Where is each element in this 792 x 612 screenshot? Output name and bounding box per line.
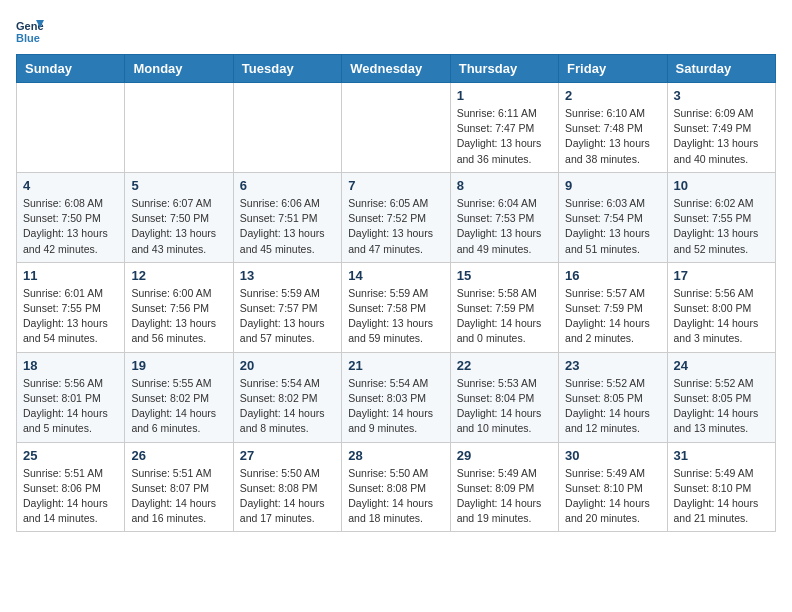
weekday-header-friday: Friday bbox=[559, 55, 667, 83]
day-info: Sunrise: 6:05 AMSunset: 7:52 PMDaylight:… bbox=[348, 196, 443, 257]
weekday-header-wednesday: Wednesday bbox=[342, 55, 450, 83]
day-number: 16 bbox=[565, 268, 660, 283]
day-info: Sunrise: 5:54 AMSunset: 8:03 PMDaylight:… bbox=[348, 376, 443, 437]
calendar-cell: 23Sunrise: 5:52 AMSunset: 8:05 PMDayligh… bbox=[559, 352, 667, 442]
calendar-cell: 20Sunrise: 5:54 AMSunset: 8:02 PMDayligh… bbox=[233, 352, 341, 442]
day-number: 28 bbox=[348, 448, 443, 463]
day-number: 19 bbox=[131, 358, 226, 373]
calendar-cell: 14Sunrise: 5:59 AMSunset: 7:58 PMDayligh… bbox=[342, 262, 450, 352]
calendar-cell: 13Sunrise: 5:59 AMSunset: 7:57 PMDayligh… bbox=[233, 262, 341, 352]
calendar-cell: 10Sunrise: 6:02 AMSunset: 7:55 PMDayligh… bbox=[667, 172, 775, 262]
calendar-cell: 9Sunrise: 6:03 AMSunset: 7:54 PMDaylight… bbox=[559, 172, 667, 262]
day-info: Sunrise: 5:56 AMSunset: 8:01 PMDaylight:… bbox=[23, 376, 118, 437]
day-info: Sunrise: 6:09 AMSunset: 7:49 PMDaylight:… bbox=[674, 106, 769, 167]
day-info: Sunrise: 6:01 AMSunset: 7:55 PMDaylight:… bbox=[23, 286, 118, 347]
calendar-cell: 7Sunrise: 6:05 AMSunset: 7:52 PMDaylight… bbox=[342, 172, 450, 262]
day-info: Sunrise: 5:55 AMSunset: 8:02 PMDaylight:… bbox=[131, 376, 226, 437]
weekday-header-saturday: Saturday bbox=[667, 55, 775, 83]
calendar-cell: 29Sunrise: 5:49 AMSunset: 8:09 PMDayligh… bbox=[450, 442, 558, 532]
day-info: Sunrise: 5:49 AMSunset: 8:09 PMDaylight:… bbox=[457, 466, 552, 527]
calendar-cell: 17Sunrise: 5:56 AMSunset: 8:00 PMDayligh… bbox=[667, 262, 775, 352]
calendar-cell bbox=[233, 83, 341, 173]
calendar-cell: 25Sunrise: 5:51 AMSunset: 8:06 PMDayligh… bbox=[17, 442, 125, 532]
calendar-cell: 1Sunrise: 6:11 AMSunset: 7:47 PMDaylight… bbox=[450, 83, 558, 173]
day-number: 2 bbox=[565, 88, 660, 103]
calendar-cell: 15Sunrise: 5:58 AMSunset: 7:59 PMDayligh… bbox=[450, 262, 558, 352]
calendar-week-row: 18Sunrise: 5:56 AMSunset: 8:01 PMDayligh… bbox=[17, 352, 776, 442]
calendar-cell: 27Sunrise: 5:50 AMSunset: 8:08 PMDayligh… bbox=[233, 442, 341, 532]
day-number: 27 bbox=[240, 448, 335, 463]
calendar-cell bbox=[125, 83, 233, 173]
svg-text:Blue: Blue bbox=[16, 32, 40, 44]
day-info: Sunrise: 6:08 AMSunset: 7:50 PMDaylight:… bbox=[23, 196, 118, 257]
day-number: 20 bbox=[240, 358, 335, 373]
day-info: Sunrise: 6:06 AMSunset: 7:51 PMDaylight:… bbox=[240, 196, 335, 257]
calendar-cell: 2Sunrise: 6:10 AMSunset: 7:48 PMDaylight… bbox=[559, 83, 667, 173]
calendar-cell: 26Sunrise: 5:51 AMSunset: 8:07 PMDayligh… bbox=[125, 442, 233, 532]
calendar-week-row: 4Sunrise: 6:08 AMSunset: 7:50 PMDaylight… bbox=[17, 172, 776, 262]
day-number: 26 bbox=[131, 448, 226, 463]
calendar-cell: 21Sunrise: 5:54 AMSunset: 8:03 PMDayligh… bbox=[342, 352, 450, 442]
logo-icon: General Blue bbox=[16, 16, 44, 44]
calendar-cell: 31Sunrise: 5:49 AMSunset: 8:10 PMDayligh… bbox=[667, 442, 775, 532]
day-info: Sunrise: 5:59 AMSunset: 7:58 PMDaylight:… bbox=[348, 286, 443, 347]
calendar-week-row: 25Sunrise: 5:51 AMSunset: 8:06 PMDayligh… bbox=[17, 442, 776, 532]
day-info: Sunrise: 6:07 AMSunset: 7:50 PMDaylight:… bbox=[131, 196, 226, 257]
day-number: 18 bbox=[23, 358, 118, 373]
day-number: 21 bbox=[348, 358, 443, 373]
day-number: 23 bbox=[565, 358, 660, 373]
day-info: Sunrise: 5:51 AMSunset: 8:06 PMDaylight:… bbox=[23, 466, 118, 527]
day-info: Sunrise: 5:53 AMSunset: 8:04 PMDaylight:… bbox=[457, 376, 552, 437]
calendar-week-row: 1Sunrise: 6:11 AMSunset: 7:47 PMDaylight… bbox=[17, 83, 776, 173]
day-number: 10 bbox=[674, 178, 769, 193]
day-number: 25 bbox=[23, 448, 118, 463]
calendar-cell: 5Sunrise: 6:07 AMSunset: 7:50 PMDaylight… bbox=[125, 172, 233, 262]
day-info: Sunrise: 6:02 AMSunset: 7:55 PMDaylight:… bbox=[674, 196, 769, 257]
calendar-cell: 6Sunrise: 6:06 AMSunset: 7:51 PMDaylight… bbox=[233, 172, 341, 262]
weekday-header-thursday: Thursday bbox=[450, 55, 558, 83]
day-number: 14 bbox=[348, 268, 443, 283]
calendar-cell: 12Sunrise: 6:00 AMSunset: 7:56 PMDayligh… bbox=[125, 262, 233, 352]
day-number: 8 bbox=[457, 178, 552, 193]
calendar-cell: 28Sunrise: 5:50 AMSunset: 8:08 PMDayligh… bbox=[342, 442, 450, 532]
day-number: 12 bbox=[131, 268, 226, 283]
calendar-cell: 8Sunrise: 6:04 AMSunset: 7:53 PMDaylight… bbox=[450, 172, 558, 262]
day-number: 6 bbox=[240, 178, 335, 193]
day-info: Sunrise: 5:49 AMSunset: 8:10 PMDaylight:… bbox=[674, 466, 769, 527]
weekday-header-tuesday: Tuesday bbox=[233, 55, 341, 83]
calendar-cell: 30Sunrise: 5:49 AMSunset: 8:10 PMDayligh… bbox=[559, 442, 667, 532]
day-info: Sunrise: 6:00 AMSunset: 7:56 PMDaylight:… bbox=[131, 286, 226, 347]
calendar-cell: 22Sunrise: 5:53 AMSunset: 8:04 PMDayligh… bbox=[450, 352, 558, 442]
day-number: 7 bbox=[348, 178, 443, 193]
day-number: 30 bbox=[565, 448, 660, 463]
day-info: Sunrise: 5:57 AMSunset: 7:59 PMDaylight:… bbox=[565, 286, 660, 347]
calendar-cell: 4Sunrise: 6:08 AMSunset: 7:50 PMDaylight… bbox=[17, 172, 125, 262]
calendar-cell: 19Sunrise: 5:55 AMSunset: 8:02 PMDayligh… bbox=[125, 352, 233, 442]
calendar-cell: 18Sunrise: 5:56 AMSunset: 8:01 PMDayligh… bbox=[17, 352, 125, 442]
day-info: Sunrise: 6:03 AMSunset: 7:54 PMDaylight:… bbox=[565, 196, 660, 257]
page-header: General Blue bbox=[16, 16, 776, 44]
calendar-cell: 11Sunrise: 6:01 AMSunset: 7:55 PMDayligh… bbox=[17, 262, 125, 352]
day-number: 3 bbox=[674, 88, 769, 103]
day-info: Sunrise: 6:04 AMSunset: 7:53 PMDaylight:… bbox=[457, 196, 552, 257]
day-number: 5 bbox=[131, 178, 226, 193]
day-number: 4 bbox=[23, 178, 118, 193]
calendar-cell: 3Sunrise: 6:09 AMSunset: 7:49 PMDaylight… bbox=[667, 83, 775, 173]
day-number: 13 bbox=[240, 268, 335, 283]
day-number: 17 bbox=[674, 268, 769, 283]
weekday-header-monday: Monday bbox=[125, 55, 233, 83]
day-number: 15 bbox=[457, 268, 552, 283]
day-number: 31 bbox=[674, 448, 769, 463]
day-info: Sunrise: 5:50 AMSunset: 8:08 PMDaylight:… bbox=[240, 466, 335, 527]
day-number: 11 bbox=[23, 268, 118, 283]
calendar-week-row: 11Sunrise: 6:01 AMSunset: 7:55 PMDayligh… bbox=[17, 262, 776, 352]
day-info: Sunrise: 6:10 AMSunset: 7:48 PMDaylight:… bbox=[565, 106, 660, 167]
calendar-cell: 24Sunrise: 5:52 AMSunset: 8:05 PMDayligh… bbox=[667, 352, 775, 442]
weekday-header-sunday: Sunday bbox=[17, 55, 125, 83]
day-number: 9 bbox=[565, 178, 660, 193]
day-number: 24 bbox=[674, 358, 769, 373]
day-info: Sunrise: 5:50 AMSunset: 8:08 PMDaylight:… bbox=[348, 466, 443, 527]
day-info: Sunrise: 5:52 AMSunset: 8:05 PMDaylight:… bbox=[674, 376, 769, 437]
day-number: 1 bbox=[457, 88, 552, 103]
day-info: Sunrise: 5:51 AMSunset: 8:07 PMDaylight:… bbox=[131, 466, 226, 527]
